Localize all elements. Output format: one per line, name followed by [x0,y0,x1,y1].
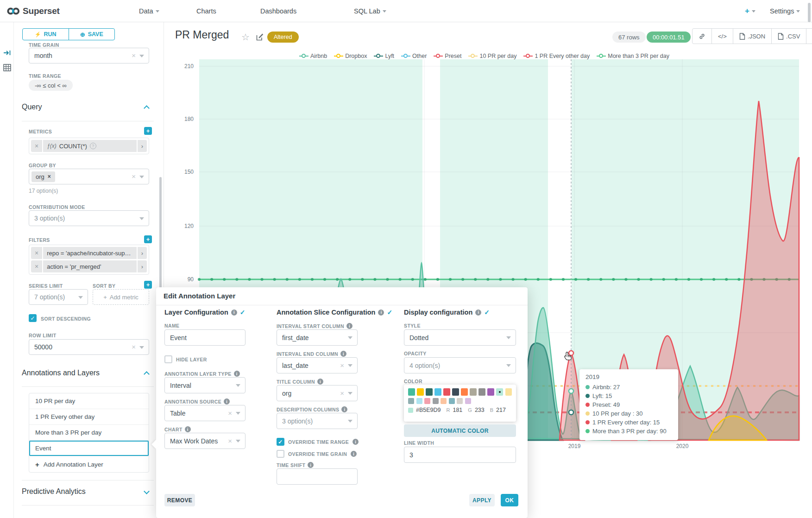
opacity-select[interactable]: 4 option(s) [404,357,516,373]
nav-item-data[interactable]: Data [139,0,159,22]
settings-menu[interactable]: Settings [770,0,800,22]
filter-chip[interactable]: × repo = 'apache/incubator-supers... › [31,247,147,259]
info-icon[interactable]: i [340,351,346,357]
info-icon[interactable]: i [224,398,230,404]
info-icon[interactable]: i [231,310,237,316]
apply-button[interactable]: APPLY [469,494,495,506]
color-swatch[interactable] [487,388,494,396]
color-swatch[interactable] [441,398,447,404]
style-select[interactable]: Dotted [404,329,516,346]
ok-button[interactable]: OK [501,494,518,506]
info-icon[interactable]: i [234,371,240,377]
contribution-mode-select[interactable]: 3 option(s) [29,210,149,226]
info-icon[interactable]: i [341,406,347,412]
sort-descending-checkbox[interactable]: ✓ [29,314,37,322]
edit-title-icon[interactable] [256,33,264,41]
info-icon[interactable]: i [185,426,191,432]
time-grain-select[interactable]: month × [29,48,149,63]
run-button[interactable]: ⚡RUN [23,29,69,40]
series-limit-select[interactable]: 7 option(s) [29,289,88,305]
info-icon[interactable]: i [346,323,352,329]
clear-icon[interactable]: × [340,361,344,369]
nav-item-dashboards[interactable]: Dashboards [260,0,296,22]
clear-icon[interactable]: × [228,437,232,445]
datasource-grid-icon[interactable] [3,64,11,71]
clear-icon[interactable]: × [132,172,136,180]
interval-end-select[interactable]: last_date× [277,357,358,373]
legend-item[interactable]: Airbnb [299,53,327,59]
title-column-select[interactable]: org× [277,385,358,401]
add-sort-metric-button[interactable]: + [144,281,152,289]
info-icon[interactable]: i [351,451,357,457]
metric-chip[interactable]: × ƒ(x) COUNT(*) ? › [31,140,147,152]
add-annotation-layer[interactable]: +Add Annotation Layer [29,456,149,472]
clear-icon[interactable]: × [132,343,136,351]
remove-filter-icon[interactable]: × [31,260,42,272]
annotation-layer-type-select[interactable]: Interval [164,377,245,393]
nav-item-sql-lab[interactable]: SQL Lab [354,0,386,22]
time-range-pill[interactable]: -∞ ≤ col < ∞ [29,80,73,91]
collapse-panel-icon[interactable] [3,49,11,57]
legend-item[interactable]: Dropbox [334,53,367,59]
hex-value[interactable]: #B5E9D9 [416,407,441,413]
group-by-select[interactable]: org× × [29,169,149,184]
nav-item-charts[interactable]: Charts [196,0,216,22]
color-swatch[interactable] [505,388,512,396]
expand-filter-icon[interactable]: › [138,260,147,272]
info-icon[interactable]: i [317,379,323,385]
color-swatch[interactable] [465,398,471,404]
clear-icon[interactable]: × [340,389,344,397]
superset-logo[interactable]: Superset [6,0,60,22]
chart-select[interactable]: Max Work Dates× [164,433,245,449]
row-limit-select[interactable]: 50000 × [29,339,149,355]
line-width-input[interactable] [404,447,516,463]
color-swatch[interactable] [461,388,468,396]
legend-item[interactable]: Preset [434,53,461,59]
sort-by-add-metric[interactable]: +Add metric [93,289,149,305]
automatic-color-button[interactable]: AUTOMATIC COLOR [404,424,516,437]
hide-layer-checkbox[interactable] [164,355,172,363]
info-icon[interactable]: i [475,310,481,316]
filter-chip[interactable]: × action = 'pr_merged' › [31,260,147,272]
annotation-layer-item[interactable]: More than 3 PR per day [29,425,149,441]
color-swatch[interactable] [449,398,455,404]
remove-chip-icon[interactable]: × [48,173,51,180]
expand-metric-icon[interactable]: › [138,140,147,152]
name-input[interactable] [164,329,245,346]
info-icon[interactable]: i [378,310,384,316]
expand-filter-icon[interactable]: › [138,247,147,259]
add-filter-button[interactable]: + [144,235,152,243]
collapse-chevron-icon[interactable] [144,105,150,111]
new-item-button[interactable]: + [745,0,755,22]
legend-item[interactable]: 10 PR per day [468,53,516,59]
interval-start-select[interactable]: first_date [277,329,358,346]
color-swatch[interactable] [478,388,485,396]
description-columns-select[interactable]: 3 option(s) [277,413,358,429]
remove-filter-icon[interactable]: × [31,247,42,259]
annotation-layer-item-selected[interactable]: Event [29,441,149,456]
color-swatch-selected[interactable] [496,388,503,396]
override-time-range-checkbox[interactable]: ✓ [277,438,284,446]
group-by-chip[interactable]: org× [31,171,55,182]
color-swatch[interactable] [408,388,415,396]
clear-icon[interactable]: × [132,51,136,59]
save-button[interactable]: ⊕SAVE [69,29,115,40]
legend-item[interactable]: Other [401,53,427,59]
time-shift-input[interactable] [277,468,358,485]
color-swatch[interactable] [408,398,414,404]
info-icon[interactable]: i [308,462,314,468]
clear-icon[interactable]: × [228,409,232,417]
override-time-grain-checkbox[interactable] [277,450,284,458]
legend-item[interactable]: Lyft [374,53,394,59]
hide-layer-row[interactable]: HIDE LAYER [164,355,207,363]
favorite-star-icon[interactable]: ☆ [241,32,250,43]
color-swatch[interactable] [426,388,433,396]
color-swatch[interactable] [417,388,424,396]
color-swatch[interactable] [424,398,430,404]
expand-chevron-icon[interactable] [144,488,150,494]
color-swatch[interactable] [416,398,422,404]
color-swatch[interactable] [443,388,450,396]
annotation-layer-item[interactable]: 1 PR Every other day [29,409,149,425]
override-time-range-row[interactable]: ✓ OVERRIDE TIME RANGEi [277,438,359,446]
remove-metric-icon[interactable]: × [31,140,42,152]
